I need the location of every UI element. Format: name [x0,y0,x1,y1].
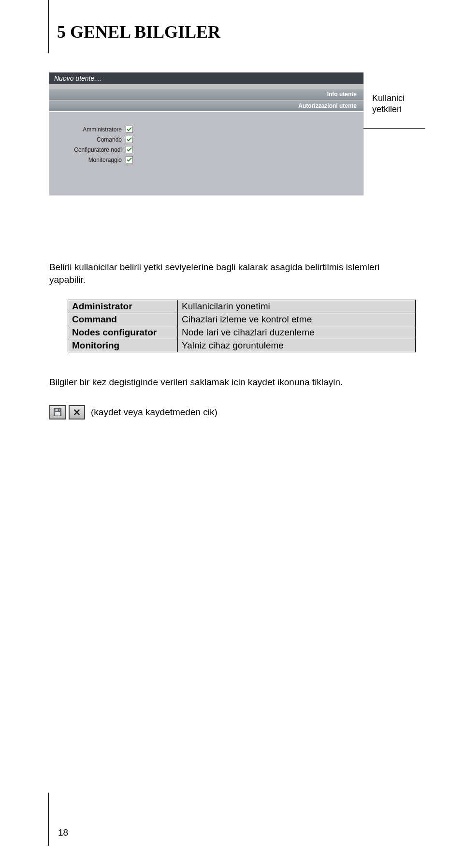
cell-val: Yalniz cihaz goruntuleme [178,339,416,352]
dialog-body: Amministratore Comando Configuratore nod… [49,112,363,195]
check-icon [127,157,132,162]
cell-key: Monitoring [68,339,178,352]
close-icon [73,408,81,416]
check-icon [127,147,132,152]
tab-info-utente[interactable]: Info utente [49,89,363,100]
margin-rule-bottom [48,793,49,846]
cell-val: Kullanicilarin yonetimi [178,300,416,313]
svg-rect-2 [55,412,60,416]
save-instruction: Bilgiler bir kez degistiginde verileri s… [49,377,417,388]
check-icon [127,127,132,132]
dialog-title: Nuovo utente.... [49,72,363,84]
checkbox-monitoraggio[interactable] [126,156,133,163]
perm-label: Amministratore [59,126,122,133]
cell-key: Nodes configurator [68,326,178,339]
table-row: Command Cihazlari izleme ve kontrol etme [68,313,416,326]
tab-bar: Info utente Autorizzazioni utente [49,84,363,111]
user-dialog: Nuovo utente.... Info utente Autorizzazi… [49,72,363,195]
svg-rect-3 [58,409,59,411]
table-row: Administrator Kullanicilarin yonetimi [68,300,416,313]
perm-label: Configuratore nodi [59,146,122,153]
annotation-underline [362,128,425,129]
perm-label: Comando [59,136,122,143]
cancel-button[interactable] [69,405,85,420]
intro-paragraph: Belirli kullanicilar belirli yetki seviy… [49,261,417,286]
checkbox-configuratore[interactable] [126,146,133,153]
perm-row-comando: Comando [59,136,354,143]
permissions-table: Administrator Kullanicilarin yonetimi Co… [68,300,416,352]
perm-row-configuratore: Configuratore nodi [59,146,354,153]
floppy-icon [53,408,62,417]
page: 5 GENEL BILGILER Kullanici yetkileri Nuo… [0,0,464,868]
page-title: 5 GENEL BILGILER [57,22,220,42]
annotation-line-2: yetkileri [372,104,430,115]
save-button[interactable] [49,405,66,420]
cell-val: Node lari ve cihazlari duzenleme [178,326,416,339]
table-row: Nodes configurator Node lari ve cihazlar… [68,326,416,339]
tab-autorizzazioni-utente[interactable]: Autorizzazioni utente [49,101,363,111]
annotation-label: Kullanici yetkileri [372,93,430,115]
page-number: 18 [58,827,68,838]
cell-val: Cihazlari izleme ve kontrol etme [178,313,416,326]
table-row: Monitoring Yalniz cihaz goruntuleme [68,339,416,352]
svg-rect-1 [56,409,60,411]
cell-key: Administrator [68,300,178,313]
annotation-line-1: Kullanici [372,93,430,104]
check-icon [127,137,132,142]
checkbox-comando[interactable] [126,136,133,143]
margin-rule-top [48,0,49,53]
perm-row-monitoraggio: Monitoraggio [59,156,354,163]
icon-row: (kaydet veya kaydetmeden cik) [49,405,218,420]
perm-row-amministratore: Amministratore [59,126,354,133]
cell-key: Command [68,313,178,326]
icon-caption: (kaydet veya kaydetmeden cik) [91,407,218,418]
perm-label: Monitoraggio [59,157,122,163]
checkbox-amministratore[interactable] [126,126,133,133]
